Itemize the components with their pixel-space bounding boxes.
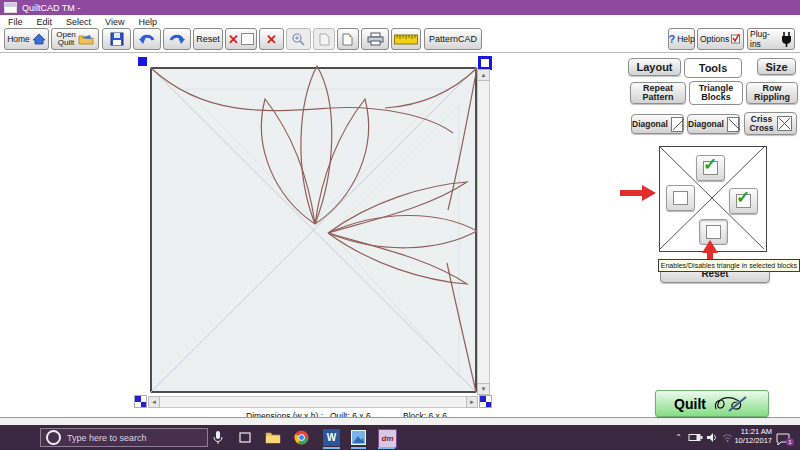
reset-button-toolbar[interactable]: Reset [193,28,223,50]
title-bar: QuiltCAD TM - [0,0,800,15]
block-box-icon [241,33,254,45]
time-text: 11:21 AM [734,427,772,436]
quiltcad-window: QuiltCAD TM - File Edit Select View Help… [0,0,800,450]
toolbar: Home Open Quilt Reset ✕ ✕ [0,28,800,52]
clear-block-button[interactable]: ✕ [225,28,257,50]
scroll-up-arrow[interactable]: ▲ [477,69,490,81]
red-arrow-left-icon [618,183,658,203]
word-running-indicator [323,447,340,449]
menu-file[interactable]: File [8,17,23,27]
speaker-icon[interactable] [707,432,718,443]
battery-icon[interactable] [688,433,703,442]
needle-thread-icon [712,394,750,414]
chrome-icon[interactable] [294,430,309,445]
quilt-button[interactable]: Quilt [655,390,769,417]
save-icon [110,32,124,46]
triangle-top-checkbox[interactable]: ✓ [696,155,725,181]
menu-help[interactable]: Help [138,17,157,27]
tray-chevron-icon[interactable]: ⌃ [675,433,682,450]
diagonal-forward-button[interactable]: Diagonal [631,114,684,134]
network-icon[interactable] [722,433,733,442]
window-title: QuiltCAD TM - [22,3,80,13]
tab-triangle-blocks[interactable]: Triangle Blocks [689,81,743,105]
corner-marker-topright[interactable] [478,56,492,70]
file-explorer-icon[interactable] [265,431,281,444]
corner-marker-bottomleft[interactable] [134,395,147,408]
print-button[interactable] [361,28,389,50]
tab-layout[interactable]: Layout [628,58,681,76]
check-icon: ✓ [703,154,717,175]
undo-button[interactable] [133,28,161,50]
scroll-left-arrow[interactable]: ◄ [148,396,160,408]
tooltip: Enables/Disables triangle in selected bl… [658,259,800,272]
open-quilt-button[interactable]: Open Quilt [51,28,99,50]
scroll-down-arrow[interactable]: ▼ [477,383,490,395]
menu-select[interactable]: Select [66,17,91,27]
size-label: Size [765,61,787,73]
clear-x-icon: ✕ [228,33,239,46]
tab-tools[interactable]: Tools [684,58,742,78]
reset-label: Reset [196,34,220,44]
undo-icon [138,32,156,46]
triangle-right-checkbox[interactable]: ✓ [729,188,758,214]
options-checkboxes-icon [731,34,741,44]
plug-icon [781,32,792,47]
criss-cross-label: Criss Cross [749,115,773,133]
help-question-icon: ? [668,33,675,45]
options-button[interactable]: Options [697,28,744,50]
measure-button[interactable] [391,28,421,50]
corner-marker-topleft[interactable] [138,57,147,66]
diagonal1-label: Diagonal [632,119,668,129]
microphone-icon[interactable] [213,430,223,445]
tools-label: Tools [699,62,728,74]
photos-running-indicator [351,447,366,449]
triangle-left-checkbox[interactable] [666,185,695,211]
photos-icon[interactable] [351,430,366,445]
layout-label: Layout [636,61,672,73]
patterncad-label: PatternCAD [429,34,477,44]
app-icon [4,2,17,13]
ruler-icon [394,34,418,45]
corner-marker-bottomright[interactable] [479,395,492,408]
search-placeholder: Type here to search [67,433,147,443]
help-button[interactable]: ? Help [668,28,695,50]
copy-page-icon [319,33,330,46]
diagonal-forward-icon [671,117,683,132]
scroll-right-arrow[interactable]: ► [466,396,478,408]
tab-repeat-pattern[interactable]: Repeat Pattern [630,82,686,104]
cortana-icon [46,430,61,445]
paste-button[interactable] [337,28,359,50]
triangle-blocks-label: Triangle Blocks [699,84,734,103]
dm-running-indicator [378,447,395,449]
criss-cross-button[interactable]: Criss Cross [744,112,797,135]
tab-size[interactable]: Size [757,58,796,75]
check-icon: ✓ [736,187,750,208]
diagonal-back-button[interactable]: Diagonal [687,114,740,134]
magnifier-icon [292,33,305,46]
dm-app-icon[interactable]: dm [378,429,397,448]
tab-row-rippling[interactable]: Row Rippling [746,82,798,104]
menu-edit[interactable]: Edit [37,17,53,27]
action-center-icon[interactable]: 1 [776,431,790,443]
zoom-button[interactable] [286,28,311,50]
menu-view[interactable]: View [105,17,124,27]
task-view-icon[interactable] [238,431,252,444]
save-button[interactable] [102,28,131,50]
redo-icon [168,32,186,46]
home-icon [32,33,46,45]
delete-all-button[interactable]: ✕ [259,28,284,50]
home-button[interactable]: Home [4,28,49,50]
patterncad-button[interactable]: PatternCAD [424,28,482,50]
clock[interactable]: 11:21 AM 10/12/2017 [734,427,772,445]
taskbar-search[interactable]: Type here to search [40,428,208,447]
vertical-scrollbar[interactable] [477,69,490,395]
quilt-pattern-svg [130,52,510,414]
notification-badge: 1 [786,438,794,446]
copy-button[interactable] [313,28,335,50]
criss-cross-icon [777,116,792,131]
word-icon[interactable]: W [323,429,340,446]
diagonal-back-icon [727,117,739,132]
redo-button[interactable] [163,28,191,50]
horizontal-scrollbar[interactable] [148,396,478,408]
plugins-button[interactable]: Plug-ins [747,28,795,50]
